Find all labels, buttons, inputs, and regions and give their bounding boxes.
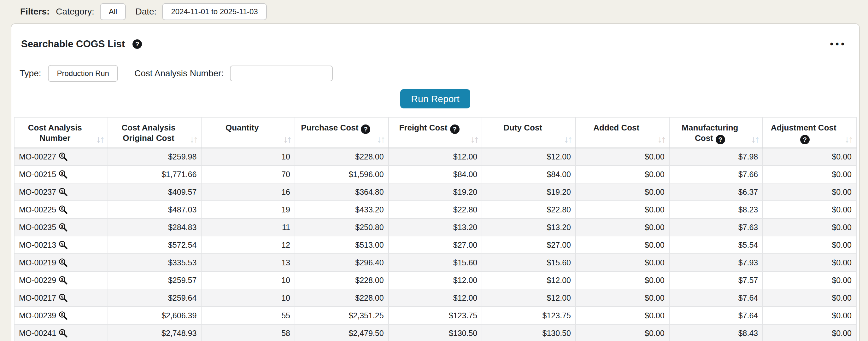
svg-text:$: $ xyxy=(61,154,63,158)
value-cell: $13.20 xyxy=(389,218,482,236)
value-cell: $12.00 xyxy=(482,289,576,307)
zoom-dollar-icon[interactable]: $ xyxy=(58,205,68,214)
value-cell: $2,351.25 xyxy=(295,307,389,324)
table-row: MO-00217$$259.6410$228.00$12.00$12.00$0.… xyxy=(14,289,856,307)
card-title: Searchable COGS List xyxy=(21,38,125,50)
sort-icon[interactable]: ↓↑ xyxy=(190,134,197,144)
type-select[interactable]: Production Run xyxy=(48,65,118,82)
value-cell: $12.00 xyxy=(482,148,576,166)
table-row: MO-00219$$335.5313$296.40$15.60$15.60$0.… xyxy=(14,254,856,271)
value-cell: $0.00 xyxy=(763,218,856,236)
column-header-freight-cost[interactable]: Freight Cost?↓↑ xyxy=(389,117,482,148)
column-header-added-cost[interactable]: Added Cost↓↑ xyxy=(576,117,669,148)
value-cell: $284.83 xyxy=(108,218,202,236)
value-cell: $1,596.00 xyxy=(295,166,389,183)
table-row: MO-00225$$487.0319$433.20$22.80$22.80$0.… xyxy=(14,201,856,218)
value-cell: $228.00 xyxy=(295,271,389,289)
value-cell: $0.00 xyxy=(576,307,669,324)
value-cell: $0.00 xyxy=(763,289,856,307)
column-label: Purchase Cost xyxy=(301,123,358,132)
sort-icon[interactable]: ↓↑ xyxy=(751,134,758,144)
help-icon[interactable]: ? xyxy=(800,135,810,144)
column-header-cost-analysis-original-cost[interactable]: Cost Analysis Original Cost↓↑ xyxy=(108,117,202,148)
value-cell: 55 xyxy=(201,307,295,324)
svg-text:$: $ xyxy=(61,189,63,194)
cost-analysis-number-cell: MO-00239$ xyxy=(14,307,108,324)
zoom-dollar-icon[interactable]: $ xyxy=(58,152,68,161)
category-select[interactable]: All xyxy=(100,3,126,20)
value-cell: $5.54 xyxy=(669,236,763,254)
value-cell: $364.80 xyxy=(295,183,389,201)
value-cell: 12 xyxy=(201,236,295,254)
column-label: Quantity xyxy=(225,123,259,132)
value-cell: $123.75 xyxy=(482,307,576,324)
cost-analysis-number-input[interactable] xyxy=(230,66,333,81)
svg-text:$: $ xyxy=(61,225,63,229)
help-icon[interactable]: ? xyxy=(132,39,142,49)
value-cell: $2,606.39 xyxy=(108,307,202,324)
column-label: Freight Cost xyxy=(399,123,447,132)
sort-icon[interactable]: ↓↑ xyxy=(377,134,384,144)
value-cell: 19 xyxy=(201,201,295,218)
value-cell: 70 xyxy=(201,166,295,183)
column-label: Added Cost xyxy=(593,123,639,132)
sort-icon[interactable]: ↓↑ xyxy=(470,134,478,144)
column-header-duty-cost[interactable]: Duty Cost↓↑ xyxy=(482,117,576,148)
zoom-dollar-icon[interactable]: $ xyxy=(58,275,68,285)
date-range-picker[interactable]: 2024-11-01 to 2025-11-03 xyxy=(162,3,267,20)
value-cell: $84.00 xyxy=(482,166,576,183)
value-cell: $335.53 xyxy=(108,254,202,271)
value-cell: $513.00 xyxy=(295,236,389,254)
value-cell: $2,479.50 xyxy=(295,324,389,341)
value-cell: $0.00 xyxy=(576,324,669,341)
sort-icon[interactable]: ↓↑ xyxy=(96,134,104,144)
column-header-adjustment-cost[interactable]: Adjustment Cost?↓↑ xyxy=(763,117,856,148)
table-row: MO-00229$$259.5710$228.00$12.00$12.00$0.… xyxy=(14,271,856,289)
table-row: MO-00241$$2,748.9358$2,479.50$130.50$130… xyxy=(14,324,856,341)
value-cell: $259.57 xyxy=(108,271,202,289)
sort-icon[interactable]: ↓↑ xyxy=(845,134,852,144)
value-cell: $0.00 xyxy=(576,289,669,307)
zoom-dollar-icon[interactable]: $ xyxy=(58,187,68,197)
value-cell: $8.43 xyxy=(669,324,763,341)
value-cell: $19.20 xyxy=(482,183,576,201)
zoom-dollar-icon[interactable]: $ xyxy=(58,240,68,249)
value-cell: $12.00 xyxy=(389,271,482,289)
run-report-button[interactable]: Run Report xyxy=(400,89,470,108)
ellipsis-menu-icon[interactable]: ••• xyxy=(830,41,846,47)
cost-analysis-number: MO-00217 xyxy=(19,294,56,303)
column-header-manufacturing-cost[interactable]: Manufacturing Cost?↓↑ xyxy=(669,117,763,148)
zoom-dollar-icon[interactable]: $ xyxy=(58,329,68,338)
help-icon[interactable]: ? xyxy=(361,125,370,134)
sort-icon[interactable]: ↓↑ xyxy=(564,134,571,144)
value-cell: $130.50 xyxy=(482,324,576,341)
value-cell: $259.64 xyxy=(108,289,202,307)
zoom-dollar-icon[interactable]: $ xyxy=(58,311,68,320)
value-cell: $0.00 xyxy=(763,148,856,166)
cost-analysis-number: MO-00215 xyxy=(19,170,56,179)
zoom-dollar-icon[interactable]: $ xyxy=(58,258,68,267)
svg-text:$: $ xyxy=(61,313,63,317)
help-icon[interactable]: ? xyxy=(716,135,725,144)
column-header-cost-analysis-number[interactable]: Cost Analysis Number↓↑ xyxy=(14,117,108,148)
sort-icon[interactable]: ↓↑ xyxy=(658,134,665,144)
zoom-dollar-icon[interactable]: $ xyxy=(58,223,68,232)
cost-analysis-number: MO-00219 xyxy=(19,258,56,267)
value-cell: $0.00 xyxy=(763,324,856,341)
cost-analysis-number: MO-00229 xyxy=(19,276,56,285)
value-cell: $7.63 xyxy=(669,218,763,236)
table-row: MO-00235$$284.8311$250.80$13.20$13.20$0.… xyxy=(14,218,856,236)
column-label: Adjustment Cost xyxy=(771,123,836,132)
column-header-quantity[interactable]: Quantity↓↑ xyxy=(201,117,295,148)
help-icon[interactable]: ? xyxy=(450,125,460,134)
sort-icon[interactable]: ↓↑ xyxy=(283,134,291,144)
value-cell: $12.00 xyxy=(482,271,576,289)
svg-text:$: $ xyxy=(61,242,63,246)
value-cell: $8.23 xyxy=(669,201,763,218)
value-cell: 58 xyxy=(201,324,295,341)
value-cell: $22.80 xyxy=(482,201,576,218)
zoom-dollar-icon[interactable]: $ xyxy=(58,293,68,303)
zoom-dollar-icon[interactable]: $ xyxy=(58,170,68,179)
column-label: Cost Analysis Original Cost xyxy=(121,123,175,143)
column-header-purchase-cost[interactable]: Purchase Cost?↓↑ xyxy=(295,117,389,148)
